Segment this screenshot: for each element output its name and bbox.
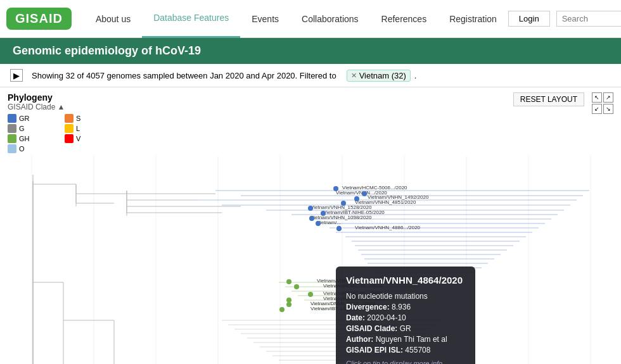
page-title-bar: Genomic epidemiology of hCoV-19	[0, 38, 621, 64]
legend-GH: GH	[8, 134, 58, 143]
nav: About us Database Features Events Collab…	[84, 0, 508, 38]
svg-point-90	[354, 196, 359, 201]
tooltip-divergence-value: 8.936	[392, 303, 411, 311]
legend-color-L	[65, 124, 74, 133]
tooltip-divergence-label: Divergence:	[346, 303, 390, 311]
svg-point-102	[279, 307, 285, 312]
tooltip-date-label: Date:	[346, 313, 365, 322]
tooltip-epi-value: 455708	[405, 346, 430, 355]
expand-topright-icon[interactable]: ↗	[603, 92, 613, 103]
nav-collaborations[interactable]: Collaborations	[290, 0, 370, 38]
login-button[interactable]: Login	[508, 11, 550, 27]
phylogeny-panel: Phylogeny GISAID Clade ▲ GR S	[0, 87, 621, 364]
svg-point-88	[333, 186, 338, 191]
tooltip-epi-label: GISAID EPI ISL:	[346, 346, 403, 355]
node-tooltip: Vietnam/VNHN_4864/2020 No nucleotide mut…	[336, 267, 475, 364]
nav-registration[interactable]: Registration	[438, 0, 508, 38]
legend-color-S	[65, 114, 74, 123]
legend-color-GH	[8, 134, 16, 143]
legend-GR: GR	[8, 114, 58, 123]
legend-G: G	[8, 124, 58, 133]
nav-events[interactable]: Events	[240, 0, 290, 38]
phylo-tree-svg[interactable]: Vietnam/HCMC-5006.../2020 Vietnam/VNHN..…	[0, 156, 621, 364]
tree-svg-container[interactable]: Vietnam/HCMC-5006.../2020 Vietnam/VNHN..…	[0, 156, 621, 364]
toolbar: ▶ Showing 32 of 4057 genomes sampled bet…	[0, 64, 621, 87]
phylo-right: RESET LAYOUT ↖ ↗ ↙ ↘	[513, 92, 613, 114]
svg-point-91	[341, 201, 346, 206]
legend-L: L	[65, 124, 115, 133]
svg-point-97	[286, 279, 291, 284]
expand-icon[interactable]: ▶	[10, 69, 23, 82]
svg-point-98	[294, 284, 299, 289]
tooltip-clade-label: GISAID Clade:	[346, 324, 397, 333]
header-right: Login	[508, 11, 621, 27]
tooltip-title: Vietnam/VNHN_4864/2020	[346, 274, 465, 287]
legend-color-O	[8, 144, 16, 153]
svg-point-96	[336, 225, 342, 232]
toolbar-period: .	[414, 71, 417, 80]
expand-topleft-icon[interactable]: ↖	[592, 92, 602, 103]
phylo-title: Phylogeny	[8, 92, 115, 103]
nav-database[interactable]: Database Features	[142, 0, 240, 38]
search-input[interactable]	[556, 11, 621, 27]
tooltip-author-label: Author:	[346, 335, 373, 344]
clade-sort-icon[interactable]: ▲	[57, 103, 65, 111]
tooltip-author-value: Nguyen Thi Tam et al	[376, 335, 447, 344]
svg-point-89	[362, 191, 367, 196]
svg-point-100	[286, 298, 291, 303]
tooltip-clade: GISAID Clade: GR	[346, 324, 465, 333]
header: GISAID About us Database Features Events…	[0, 0, 621, 38]
phylo-header: Phylogeny GISAID Clade ▲ GR S	[0, 87, 621, 156]
fullscreen-controls: ↖ ↗ ↙ ↘	[592, 92, 613, 114]
svg-rect-0	[0, 156, 621, 364]
expand-bottomright-icon[interactable]: ↘	[603, 104, 613, 114]
page-title: Genomic epidemiology of hCoV-19	[13, 44, 201, 57]
svg-text:Vietnam/VNHN_4886.../2020: Vietnam/VNHN_4886.../2020	[355, 225, 421, 230]
tooltip-divergence: Divergence: 8.936	[346, 303, 465, 311]
tooltip-date-value: 2020-04-10	[367, 313, 406, 322]
legend-S: S	[65, 114, 115, 123]
tooltip-no-mutations: No nucleotide mutations	[346, 292, 465, 301]
tooltip-hint: Click on tip to display more info	[346, 360, 465, 365]
nav-references[interactable]: References	[370, 0, 439, 38]
showing-text: Showing 32 of 4057 genomes sampled betwe…	[32, 71, 336, 80]
main-area: Phylogeny GISAID Clade ▲ GR S	[0, 87, 621, 364]
svg-point-95	[316, 221, 321, 226]
phylo-left: Phylogeny GISAID Clade ▲ GR S	[8, 92, 115, 153]
tooltip-clade-value: GR	[400, 324, 411, 333]
svg-point-94	[309, 216, 314, 221]
legend-grid: GR S G L GH	[8, 114, 115, 153]
svg-point-101	[286, 302, 291, 307]
expand-bottomleft-icon[interactable]: ↙	[592, 104, 602, 114]
svg-text:Vietnam/...: Vietnam/...	[317, 220, 341, 225]
nav-about[interactable]: About us	[84, 0, 142, 38]
filter-tag: ✕ Vietnam (32)	[347, 70, 411, 82]
logo[interactable]: GISAID	[6, 8, 72, 30]
svg-point-93	[321, 211, 326, 216]
legend-V: V	[65, 134, 115, 143]
filter-tag-label: Vietnam (32)	[359, 71, 406, 80]
legend-color-G	[8, 124, 16, 133]
legend-color-GR	[8, 114, 16, 123]
svg-point-92	[308, 206, 313, 211]
tooltip-epi: GISAID EPI ISL: 455708	[346, 346, 465, 355]
logo-text: GISAID	[15, 11, 63, 25]
tooltip-author: Author: Nguyen Thi Tam et al	[346, 335, 465, 344]
clade-title: GISAID Clade ▲	[8, 103, 115, 111]
svg-point-99	[308, 292, 313, 297]
legend-O: O	[8, 144, 58, 153]
tooltip-date: Date: 2020-04-10	[346, 313, 465, 322]
reset-layout-button[interactable]: RESET LAYOUT	[513, 92, 584, 106]
filter-remove-icon[interactable]: ✕	[351, 72, 357, 80]
legend-color-V	[65, 134, 74, 143]
